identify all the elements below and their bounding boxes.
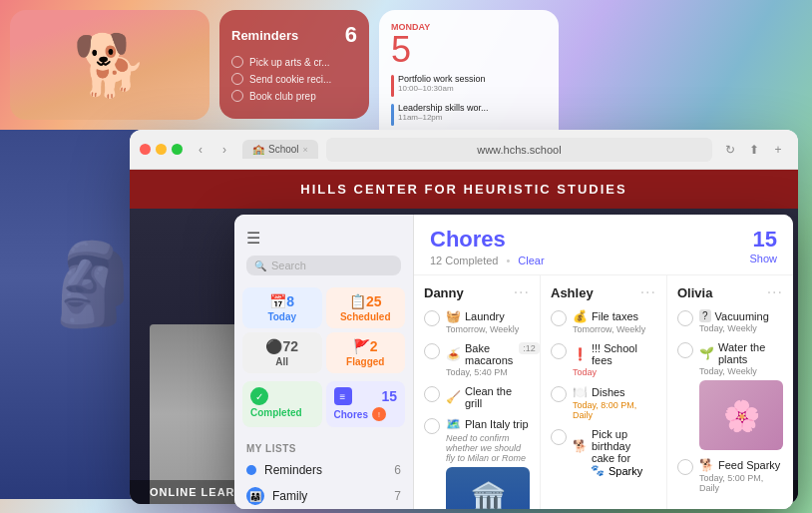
widget-reminders-count: 6 <box>345 22 357 48</box>
feed-emoji: 🐕 <box>699 458 714 472</box>
list-family-icon: 👨‍👩‍👧 <box>246 487 264 505</box>
taxes-content: 💰 File taxes Tomorrow, Weekly <box>573 309 656 334</box>
reminder-circle-1 <box>231 56 243 68</box>
feed-name: 🐕 Feed Sparky <box>699 458 783 472</box>
ashley-col-header: Ashley ··· <box>551 283 656 301</box>
traffic-light-minimize[interactable] <box>156 144 167 155</box>
cal-event-title-1: Portfolio work session <box>398 74 486 84</box>
dishes-checkbox[interactable] <box>551 386 567 402</box>
reload-button[interactable]: ↻ <box>720 140 740 160</box>
plants-name: 🌱 Water the plants <box>699 341 783 365</box>
dishes-name: 🍽️ Dishes <box>573 385 656 399</box>
browser-tab-close[interactable]: × <box>303 145 308 155</box>
vacuuming-meta: Today, Weekly <box>699 323 783 333</box>
share-button[interactable]: ⬆ <box>744 140 764 160</box>
chores-header: ≡ 15 <box>334 387 398 405</box>
browser-forward-button[interactable]: › <box>214 140 234 160</box>
smart-list-all[interactable]: ⚫ 72 All <box>242 332 322 373</box>
menu-icon[interactable]: ☰ <box>246 229 401 248</box>
cake-checkbox[interactable] <box>551 429 567 445</box>
list-reminders-dot <box>246 465 256 475</box>
dishes-meta: Today, 8:00 PM, Daily <box>573 400 656 420</box>
widget-reminders: Reminders 6 Pick up arts & cr... Send co… <box>219 10 369 119</box>
all-icon: ⚫ <box>265 338 282 354</box>
traffic-light-maximize[interactable] <box>172 144 183 155</box>
flagged-count: 2 <box>370 338 378 354</box>
all-count: 72 <box>282 338 298 354</box>
cal-event-1: Portfolio work session 10:00–10:30am <box>391 74 547 97</box>
reminders-app: ☰ 🔍 Search 📅 8 Today 📋 25 Scheduled <box>234 215 793 509</box>
browser-tab[interactable]: 🏫 School × <box>242 140 318 159</box>
ashley-col-more[interactable]: ··· <box>640 283 656 301</box>
macarons-checkbox[interactable] <box>424 343 440 359</box>
olivia-col-header: Olivia ··· <box>677 283 783 301</box>
clear-button[interactable]: Clear <box>518 255 544 266</box>
laundry-checkbox[interactable] <box>424 310 440 326</box>
completed-header: ✓ <box>250 387 314 405</box>
completed-icon: ✓ <box>250 387 268 405</box>
cal-event-info-1: Portfolio work session 10:00–10:30am <box>398 74 486 93</box>
list-reminders[interactable]: Reminders 6 <box>234 458 413 482</box>
laundry-emoji: 🧺 <box>446 309 461 323</box>
all-label: All <box>275 356 288 367</box>
cal-event-bar-2 <box>391 104 394 126</box>
laundry-content: 🧺 Laundry Tomorrow, Weekly <box>446 309 530 334</box>
smart-list-chores[interactable]: ≡ 15 Chores ! <box>326 381 406 427</box>
danny-column: Danny ··· 🧺 Laundry Tomorrow, Weekly <box>414 275 541 509</box>
dishes-emoji: 🍽️ <box>573 385 588 399</box>
flagged-icon: 🚩 <box>353 338 370 354</box>
sidebar-top: ☰ 🔍 Search <box>234 225 413 283</box>
vacuuming-checkbox[interactable] <box>677 310 693 326</box>
smart-list-today[interactable]: 📅 8 Today <box>242 287 322 328</box>
today-label: Today <box>267 311 296 322</box>
list-family-count: 7 <box>394 489 401 503</box>
completed-count: 12 Completed <box>430 255 499 266</box>
reminders-header: Chores 12 Completed • Clear 15 Show <box>414 215 793 275</box>
danny-col-more[interactable]: ··· <box>514 283 530 301</box>
smart-list-flagged[interactable]: 🚩 2 Flagged <box>326 332 406 373</box>
browser-tab-icon: 🏫 <box>252 144 264 155</box>
search-icon: 🔍 <box>254 260 266 271</box>
plants-checkbox[interactable] <box>677 342 693 358</box>
macarons-meta: Today, 5:40 PM <box>446 367 513 377</box>
show-button[interactable]: Show <box>749 253 777 264</box>
chores-icon: ≡ <box>334 387 352 405</box>
cake-name: 🐕 Pick up birthday cake for <box>573 428 656 464</box>
all-header: ⚫ 72 <box>265 338 298 354</box>
widget-dog: 🐕 <box>10 10 209 120</box>
vacuuming-content: ? Vacuuming Today, Weekly <box>699 309 783 333</box>
feed-checkbox[interactable] <box>677 459 693 475</box>
today-count: 8 <box>286 293 294 309</box>
italy-name: 🗺️ Plan Italy trip <box>446 417 530 431</box>
task-vacuuming: ? Vacuuming Today, Weekly <box>677 309 783 333</box>
plants-content: 🌱 Water the plants Today, Weekly 🌸 <box>699 341 783 450</box>
today-header: 📅 8 <box>269 293 294 309</box>
olivia-col-more[interactable]: ··· <box>767 283 783 301</box>
italy-checkbox[interactable] <box>424 418 440 434</box>
task-italy: 🗺️ Plan Italy trip Need to confirm wheth… <box>424 417 530 509</box>
reminder-item-2: Send cookie reci... <box>231 73 357 85</box>
address-bar[interactable]: www.hchs.school <box>326 138 712 162</box>
taxes-emoji: 💰 <box>573 309 588 323</box>
cal-day-label: MONDAY <box>391 22 547 32</box>
list-family[interactable]: 👨‍👩‍👧 Family 7 <box>234 482 413 509</box>
grill-checkbox[interactable] <box>424 386 440 402</box>
reminder-item-3: Book club prep <box>231 90 357 102</box>
reminders-main: Chores 12 Completed • Clear 15 Show Dann… <box>414 215 793 509</box>
sparky-name: Sparky <box>609 465 642 477</box>
olivia-column: Olivia ··· ? Vacuuming Today, Weekly <box>667 275 793 509</box>
plants-meta: Today, Weekly <box>699 366 783 376</box>
smart-list-completed[interactable]: ✓ Completed <box>242 381 322 427</box>
fees-checkbox[interactable] <box>551 343 567 359</box>
title-area: Chores 12 Completed • Clear <box>430 227 545 266</box>
taxes-checkbox[interactable] <box>551 310 567 326</box>
traffic-light-close[interactable] <box>140 144 151 155</box>
reminder-circle-3 <box>231 90 243 102</box>
smart-list-scheduled[interactable]: 📋 25 Scheduled <box>326 287 406 328</box>
subtitle-separator: • <box>507 255 511 266</box>
search-bar[interactable]: 🔍 Search <box>246 256 401 275</box>
new-tab-button[interactable]: + <box>768 140 788 160</box>
browser-back-button[interactable]: ‹ <box>191 140 210 160</box>
task-feed-sparky: 🐕 Feed Sparky Today, 5:00 PM, Daily <box>677 458 783 493</box>
website-title: HILLS CENTER FOR HEURISTIC STUDIES <box>150 182 778 197</box>
